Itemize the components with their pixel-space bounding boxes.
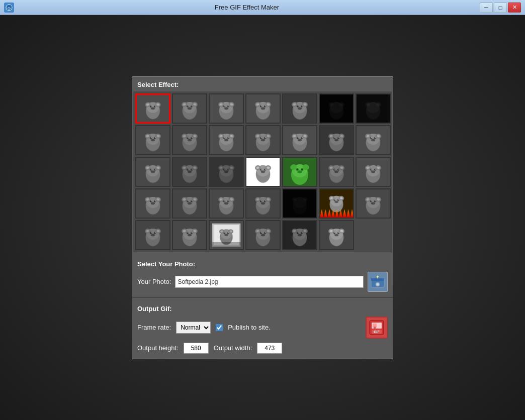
select-photo-header: Select Your Photo: xyxy=(137,258,388,270)
effect-cell[interactable] xyxy=(319,93,354,124)
effect-cell[interactable] xyxy=(319,157,354,187)
effect-cell[interactable] xyxy=(135,125,170,155)
save-button[interactable]: GIF xyxy=(366,317,388,339)
effect-cell[interactable] xyxy=(209,125,244,155)
effect-cell[interactable] xyxy=(172,93,207,124)
effect-cell[interactable] xyxy=(282,93,317,124)
output-width-label: Output width: xyxy=(214,344,252,352)
effect-cell[interactable] xyxy=(209,220,244,250)
effects-grid xyxy=(135,93,390,250)
app-logo: G xyxy=(4,3,14,13)
svg-text:GIF: GIF xyxy=(374,330,380,334)
effect-cell[interactable] xyxy=(135,93,170,124)
browse-photo-button[interactable] xyxy=(368,272,388,292)
main-area: Select Effect: Select Your Photo: Your P… xyxy=(0,15,525,420)
effect-cell[interactable] xyxy=(209,93,244,124)
effect-cell[interactable] xyxy=(282,157,317,187)
close-button[interactable]: ✕ xyxy=(508,3,521,13)
maximize-button[interactable]: □ xyxy=(494,3,507,13)
effect-cell[interactable] xyxy=(356,125,391,155)
select-effect-header: Select Effect: xyxy=(132,77,393,91)
titlebar: G Free GIF Effect Maker ─ □ ✕ xyxy=(0,0,525,15)
output-width-input[interactable] xyxy=(257,343,282,354)
svg-rect-9 xyxy=(374,327,376,329)
effect-cell[interactable] xyxy=(356,157,391,187)
effect-cell[interactable] xyxy=(209,157,244,187)
minimize-button[interactable]: ─ xyxy=(480,3,493,13)
window-controls: ─ □ ✕ xyxy=(480,3,521,13)
frame-rate-select[interactable]: Normal Slow Fast xyxy=(176,322,211,334)
main-panel: Select Effect: Select Your Photo: Your P… xyxy=(132,76,393,359)
effect-cell[interactable] xyxy=(135,157,170,187)
effect-cell[interactable] xyxy=(135,188,170,219)
window-title: Free GIF Effect Maker xyxy=(14,4,480,11)
effect-cell[interactable] xyxy=(172,125,207,155)
effect-cell[interactable] xyxy=(319,220,354,250)
effect-cell[interactable] xyxy=(172,220,207,250)
effect-cell[interactable] xyxy=(319,188,354,219)
effect-cell[interactable] xyxy=(282,188,317,219)
svg-text:G: G xyxy=(8,6,11,11)
effect-cell[interactable] xyxy=(209,188,244,219)
svg-rect-3 xyxy=(371,278,384,281)
publish-checkbox[interactable] xyxy=(216,324,223,331)
effect-cell[interactable] xyxy=(135,220,170,250)
effect-cell[interactable] xyxy=(245,93,281,124)
photo-input[interactable] xyxy=(175,276,364,288)
output-height-input[interactable] xyxy=(184,343,209,354)
effect-cell[interactable] xyxy=(245,188,281,219)
effect-cell[interactable] xyxy=(282,125,317,155)
effect-cell[interactable] xyxy=(245,220,281,250)
effect-cell[interactable] xyxy=(172,157,207,187)
svg-point-5 xyxy=(377,283,379,285)
photo-label: Your Photo: xyxy=(137,278,171,285)
effect-cell[interactable] xyxy=(282,220,317,250)
effect-cell[interactable] xyxy=(245,125,281,155)
effect-cell[interactable] xyxy=(319,125,354,155)
output-gif-header: Output Gif: xyxy=(137,303,388,314)
effects-grid-container xyxy=(133,91,392,252)
effect-cell[interactable] xyxy=(245,157,281,187)
effect-cell[interactable] xyxy=(356,93,391,124)
output-height-label: Output height: xyxy=(137,344,179,352)
frame-rate-label: Frame rate: xyxy=(137,324,171,331)
publish-label: Publish to site. xyxy=(228,324,271,331)
effect-cell[interactable] xyxy=(172,188,207,219)
effect-cell[interactable] xyxy=(356,188,391,219)
